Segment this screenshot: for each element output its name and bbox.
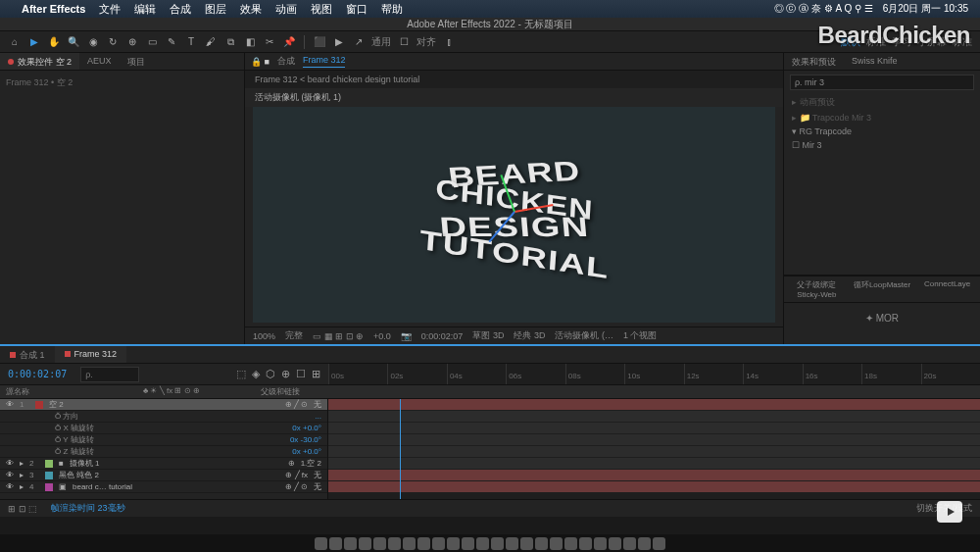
dock-app-icon[interactable] xyxy=(432,537,445,550)
dock-app-icon[interactable] xyxy=(403,537,416,550)
fx-value[interactable]: +0.0 xyxy=(373,331,391,341)
menu-animation[interactable]: 动画 xyxy=(275,2,297,17)
tree-rg-trapcode[interactable]: ▾ RG Trapcode xyxy=(784,125,980,138)
tree-presets[interactable]: ▸ 动画预设 xyxy=(784,94,980,111)
menu-file[interactable]: 文件 xyxy=(99,2,121,17)
tab-sticky-web[interactable]: 父子级绑定Sticky-Web xyxy=(784,276,850,302)
timeline-tab-comp1[interactable]: 合成 1 xyxy=(0,346,55,363)
playhead[interactable] xyxy=(400,399,401,499)
mac-dock[interactable] xyxy=(0,534,980,552)
view-mode[interactable]: 草图 3D xyxy=(472,329,504,342)
anchor-tool-icon[interactable]: ⊕ xyxy=(125,35,139,49)
timeline-tracks[interactable] xyxy=(328,399,980,499)
tl-icon-6[interactable]: ⊞ xyxy=(312,368,320,380)
tab-swiss-knife[interactable]: Swiss Knife xyxy=(844,53,906,70)
timeline-tab-frame312[interactable]: Frame 312 xyxy=(55,346,127,363)
eraser-tool-icon[interactable]: ◧ xyxy=(243,35,257,49)
layer-2-camera[interactable]: 👁▸2■摄像机 1⊕1.空 2 xyxy=(0,458,327,470)
dock-app-icon[interactable] xyxy=(520,537,533,550)
tab-effect-controls[interactable]: 效果控件 空 2 xyxy=(0,53,79,70)
col-source-name[interactable]: 源名称 xyxy=(0,385,137,398)
hand-tool-icon[interactable]: ✋ xyxy=(47,35,61,49)
dock-app-icon[interactable] xyxy=(359,537,371,550)
dock-app-icon[interactable] xyxy=(417,537,430,550)
dock-app-icon[interactable] xyxy=(388,537,401,550)
tl-icon-1[interactable]: ⬚ xyxy=(236,368,246,380)
tree-mir3[interactable]: ☐ Mir 3 xyxy=(784,138,980,152)
layer-4-precomp[interactable]: 👁▸4▣beard c… tutorial⊕ ╱ ⊙无 xyxy=(0,481,327,493)
tl-icon-2[interactable]: ◈ xyxy=(252,368,260,380)
orbit-tool-icon[interactable]: ◉ xyxy=(86,35,100,49)
dock-app-icon[interactable] xyxy=(491,537,504,550)
footer-icons[interactable]: ▭ ▦ ⊞ ⊡ ⊕ xyxy=(313,331,364,341)
camera-select[interactable]: 活动摄像机 (… xyxy=(555,329,613,342)
dock-app-icon[interactable] xyxy=(609,537,621,550)
snapping-label[interactable]: 通用 xyxy=(371,35,391,49)
home-icon[interactable]: ⌂ xyxy=(8,35,22,49)
timeline-search[interactable] xyxy=(80,367,139,382)
snap-icon[interactable]: ☐ xyxy=(397,35,411,49)
prop-z-rotation[interactable]: Ŏ Z 轴旋转0x +0.0° xyxy=(0,446,327,458)
tab-effects-presets[interactable]: 效果和预设 xyxy=(784,53,844,70)
dock-app-icon[interactable] xyxy=(315,537,327,550)
dock-app-icon[interactable] xyxy=(623,537,636,550)
zoom-dropdown[interactable]: 100% xyxy=(253,331,275,341)
prop-orientation[interactable]: Ŏ 方向... xyxy=(0,411,327,423)
tl-icon-3[interactable]: ⬡ xyxy=(266,368,275,380)
menu-view[interactable]: 视图 xyxy=(311,2,332,17)
dock-app-icon[interactable] xyxy=(329,537,342,550)
layer-1-null[interactable]: 👁1空 2⊕ ╱ ⊙无 xyxy=(0,399,327,411)
toggle-switches-icon[interactable]: ⊞ ⊡ ⬚ xyxy=(8,504,37,514)
app-name[interactable]: After Effects xyxy=(22,3,85,15)
menu-window[interactable]: 窗口 xyxy=(346,2,368,17)
axis-local-icon[interactable]: ⬛ xyxy=(313,35,326,49)
views-select[interactable]: 1 个视图 xyxy=(623,329,658,342)
menu-composition[interactable]: 合成 xyxy=(170,2,191,17)
menu-layer[interactable]: 图层 xyxy=(205,2,226,17)
tab-connectlayer[interactable]: ConnectLaye xyxy=(914,276,980,302)
selection-tool-icon[interactable]: ▶ xyxy=(27,35,41,49)
prop-y-rotation[interactable]: Ŏ Y 轴旋转0x -30.0° xyxy=(0,434,327,446)
align-icon[interactable]: ⫿ xyxy=(442,35,456,49)
menu-effect[interactable]: 效果 xyxy=(240,2,262,17)
viewer-tab-comp[interactable]: 合成 xyxy=(277,55,295,68)
zoom-tool-icon[interactable]: 🔍 xyxy=(67,35,80,49)
dock-app-icon[interactable] xyxy=(579,537,592,550)
axis-world-icon[interactable]: ▶ xyxy=(332,35,346,49)
dock-app-icon[interactable] xyxy=(476,537,489,550)
viewer-canvas[interactable]: BEARD CHICKEN DESIGN TUTORIAL xyxy=(253,107,775,323)
viewer-tab-frame[interactable]: Frame 312 xyxy=(303,55,346,68)
dock-app-icon[interactable] xyxy=(373,537,386,550)
tab-project[interactable]: 项目 xyxy=(120,53,153,70)
tab-loopmaster[interactable]: 循环LoopMaster xyxy=(850,276,915,302)
footer-timecode[interactable]: 0:00:02:07 xyxy=(421,331,464,341)
dock-app-icon[interactable] xyxy=(535,537,548,550)
pen-tool-icon[interactable]: ✎ xyxy=(165,35,178,49)
menu-help[interactable]: 帮助 xyxy=(381,2,403,17)
stamp-tool-icon[interactable]: ⧉ xyxy=(223,35,237,49)
layer-3-solid[interactable]: 👁▸3黑色 纯色 2⊕ ╱ fx无 xyxy=(0,470,327,481)
dock-app-icon[interactable] xyxy=(447,537,460,550)
time-ruler[interactable]: 00s 02s 04s 06s 08s 10s 12s 14s 16s 18s … xyxy=(328,364,980,384)
dock-app-icon[interactable] xyxy=(653,537,665,550)
dock-app-icon[interactable] xyxy=(594,537,607,550)
roto-tool-icon[interactable]: ✂ xyxy=(263,35,276,49)
dock-app-icon[interactable] xyxy=(564,537,577,550)
puppet-tool-icon[interactable]: 📌 xyxy=(282,35,296,49)
brush-tool-icon[interactable]: 🖌 xyxy=(204,35,218,49)
video-play-button[interactable] xyxy=(937,501,962,523)
camera-icon[interactable]: 📷 xyxy=(401,331,412,341)
tl-icon-5[interactable]: ☐ xyxy=(296,368,306,380)
dock-app-icon[interactable] xyxy=(506,537,518,550)
dock-app-icon[interactable] xyxy=(550,537,563,550)
menu-edit[interactable]: 编辑 xyxy=(134,2,156,17)
prop-x-rotation[interactable]: Ŏ X 轴旋转0x +0.0° xyxy=(0,423,327,434)
effects-search-input[interactable] xyxy=(790,75,974,90)
tl-icon-4[interactable]: ⊕ xyxy=(281,368,290,380)
text-tool-icon[interactable]: T xyxy=(184,35,198,49)
tree-trapcode-mir3[interactable]: ▸ 📁 Trapcode Mir 3 xyxy=(784,111,980,125)
rotate-tool-icon[interactable]: ↻ xyxy=(106,35,120,49)
col-parent[interactable]: 父级和链接 xyxy=(255,385,306,398)
timeline-timecode[interactable]: 0:00:02:07 xyxy=(8,369,67,379)
renderer[interactable]: 经典 3D xyxy=(514,329,545,342)
